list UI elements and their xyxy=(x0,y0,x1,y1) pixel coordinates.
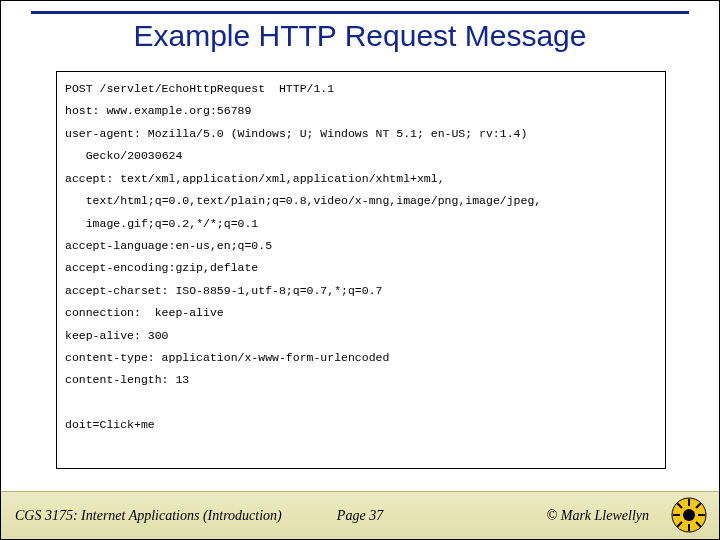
header-line: Gecko/20030624 xyxy=(65,149,182,162)
request-line: POST /servlet/EchoHttpRequest HTTP/1.1 xyxy=(65,82,334,95)
header-line: connection: keep-alive xyxy=(65,306,224,319)
footer-author: © Mark Llewellyn xyxy=(547,508,649,524)
header-line: user-agent: Mozilla/5.0 (Windows; U; Win… xyxy=(65,127,527,140)
header-line: accept-encoding:gzip,deflate xyxy=(65,261,258,274)
header-line: host: www.example.org:56789 xyxy=(65,104,251,117)
slide-title: Example HTTP Request Message xyxy=(1,19,719,53)
svg-point-1 xyxy=(683,509,695,521)
request-body: doit=Click+me xyxy=(65,418,155,431)
header-line: image.gif;q=0.2,*/*;q=0.1 xyxy=(65,217,258,230)
footer-bar: CGS 3175: Internet Applications (Introdu… xyxy=(1,491,719,539)
header-line: text/html;q=0.0,text/plain;q=0.8,video/x… xyxy=(65,194,541,207)
footer-course: CGS 3175: Internet Applications (Introdu… xyxy=(15,508,282,524)
header-line: content-type: application/x-www-form-url… xyxy=(65,351,389,364)
header-line: accept: text/xml,application/xml,applica… xyxy=(65,172,445,185)
header-line: accept-charset: ISO-8859-1,utf-8;q=0.7,*… xyxy=(65,284,382,297)
header-line: keep-alive: 300 xyxy=(65,329,169,342)
title-rule xyxy=(31,11,689,14)
http-request-box: POST /servlet/EchoHttpRequest HTTP/1.1 h… xyxy=(56,71,666,469)
header-line: accept-language:en-us,en;q=0.5 xyxy=(65,239,272,252)
header-line: content-length: 13 xyxy=(65,373,189,386)
ucf-logo-icon xyxy=(671,497,707,533)
slide-container: Example HTTP Request Message POST /servl… xyxy=(0,0,720,540)
